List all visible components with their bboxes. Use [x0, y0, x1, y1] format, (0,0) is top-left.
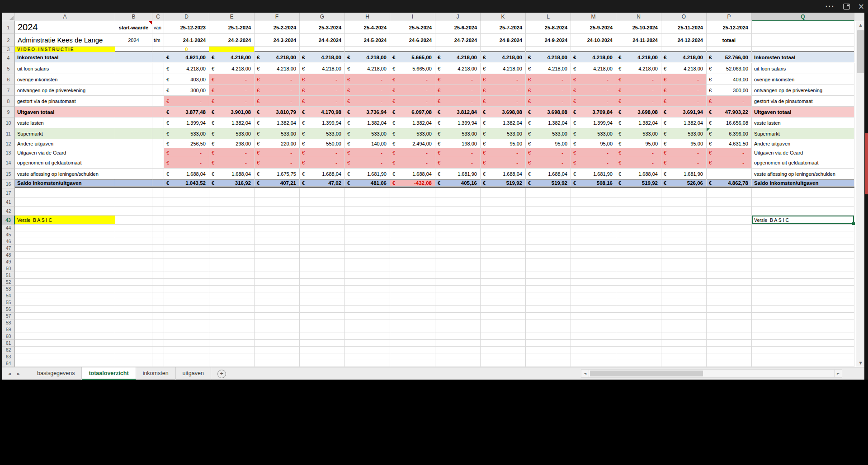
cell[interactable]	[571, 353, 616, 360]
cell[interactable]	[164, 292, 209, 299]
cell[interactable]	[152, 107, 164, 117]
cell[interactable]: €-	[481, 96, 526, 107]
cell[interactable]	[15, 360, 115, 367]
cell[interactable]: €4.631,50	[707, 139, 752, 148]
cell[interactable]	[209, 272, 255, 279]
cell[interactable]	[481, 347, 526, 353]
cell[interactable]	[752, 258, 854, 265]
horizontal-scrollbar-track[interactable]	[589, 369, 834, 378]
cell[interactable]	[300, 47, 345, 52]
cell[interactable]	[616, 207, 661, 216]
cell[interactable]	[300, 265, 345, 272]
cell[interactable]	[152, 340, 164, 347]
cell-row-label[interactable]: gestort via de pinautomaat	[15, 96, 115, 107]
row-header-64[interactable]: 64	[2, 360, 15, 367]
cell[interactable]	[481, 333, 526, 340]
cell[interactable]	[255, 306, 300, 313]
cell[interactable]: €1.688,04	[164, 169, 209, 180]
cell[interactable]	[300, 258, 345, 265]
row-header-3[interactable]: 3	[2, 47, 15, 52]
cell[interactable]	[152, 286, 164, 292]
cell[interactable]: €1.399,94	[435, 117, 481, 128]
cell[interactable]	[255, 238, 300, 245]
cell[interactable]	[300, 245, 345, 252]
row-header-55[interactable]: 55	[2, 299, 15, 306]
cell[interactable]	[661, 272, 707, 279]
cell[interactable]: €4.218,00	[164, 63, 209, 74]
cell-mirror-label[interactable]: ontvangen op de priverekening	[752, 85, 854, 96]
cell[interactable]	[152, 85, 164, 96]
cell[interactable]	[661, 326, 707, 333]
cell[interactable]	[164, 360, 209, 367]
cell[interactable]	[152, 333, 164, 340]
cell[interactable]	[435, 340, 481, 347]
cell[interactable]	[571, 347, 616, 353]
selection-fill-handle[interactable]	[852, 222, 855, 225]
cell[interactable]	[255, 207, 300, 216]
cell[interactable]: €-	[661, 157, 707, 169]
cell[interactable]	[707, 265, 752, 272]
cell[interactable]	[616, 340, 661, 347]
cell[interactable]	[661, 319, 707, 326]
cell[interactable]	[435, 272, 481, 279]
cell[interactable]: €405,16	[435, 180, 481, 187]
cell[interactable]	[481, 272, 526, 279]
cell[interactable]: €1.043,52	[164, 180, 209, 187]
cell-period-end-date[interactable]: 24-11-2024	[616, 34, 661, 47]
cell[interactable]: €95,00	[526, 139, 571, 148]
cell[interactable]	[300, 231, 345, 238]
cell[interactable]: €1.382,04	[616, 117, 661, 128]
cell[interactable]	[300, 252, 345, 258]
cell[interactable]	[435, 319, 481, 326]
cell[interactable]	[707, 333, 752, 340]
cell[interactable]: €256,50	[164, 139, 209, 148]
cell[interactable]	[526, 231, 571, 238]
cell[interactable]	[707, 225, 752, 231]
cell[interactable]	[616, 252, 661, 258]
cell[interactable]	[435, 347, 481, 353]
cell[interactable]: €481,06	[345, 180, 390, 187]
row-header-62[interactable]: 62	[2, 347, 15, 353]
cell[interactable]	[571, 286, 616, 292]
cell[interactable]: €-	[209, 96, 255, 107]
cell[interactable]	[164, 272, 209, 279]
cell[interactable]	[300, 272, 345, 279]
cell[interactable]	[481, 319, 526, 326]
cell[interactable]	[435, 225, 481, 231]
cell[interactable]: €16.656,08	[707, 117, 752, 128]
row-header-41[interactable]: 41	[2, 197, 15, 207]
row-header-46[interactable]: 46	[2, 238, 15, 245]
cell[interactable]	[481, 313, 526, 319]
cell[interactable]: €3.698,08	[526, 107, 571, 117]
cell[interactable]	[115, 340, 152, 347]
cell[interactable]	[481, 216, 526, 225]
cell[interactable]: €-	[616, 157, 661, 169]
cell[interactable]	[526, 252, 571, 258]
cell[interactable]	[571, 319, 616, 326]
cell[interactable]	[435, 313, 481, 319]
cell[interactable]: €-	[707, 96, 752, 107]
cell[interactable]: €-	[526, 157, 571, 169]
cell[interactable]	[390, 347, 435, 353]
cell[interactable]	[435, 326, 481, 333]
cell[interactable]	[255, 340, 300, 347]
cell-row-label[interactable]: Inkomsten totaal	[15, 52, 115, 62]
cell[interactable]	[300, 279, 345, 286]
cell[interactable]	[707, 299, 752, 306]
row-header-6[interactable]: 6	[2, 74, 15, 85]
column-header-G[interactable]: G	[300, 13, 345, 21]
cell-period-start-date[interactable]: 25-5-2024	[390, 21, 435, 34]
cell[interactable]	[390, 353, 435, 360]
cell[interactable]	[571, 47, 616, 52]
row-header-44[interactable]: 44	[2, 225, 15, 231]
cell[interactable]	[526, 306, 571, 313]
cell[interactable]: €508,16	[571, 180, 616, 187]
cell[interactable]	[300, 326, 345, 333]
cell[interactable]	[300, 286, 345, 292]
cell[interactable]	[345, 353, 390, 360]
cell-period-end-date[interactable]: 24-4-2024	[300, 34, 345, 47]
cell[interactable]	[616, 238, 661, 245]
cell[interactable]	[707, 252, 752, 258]
cell[interactable]	[209, 216, 255, 225]
cell-mirror-label[interactable]: uit loon salaris	[752, 63, 854, 74]
